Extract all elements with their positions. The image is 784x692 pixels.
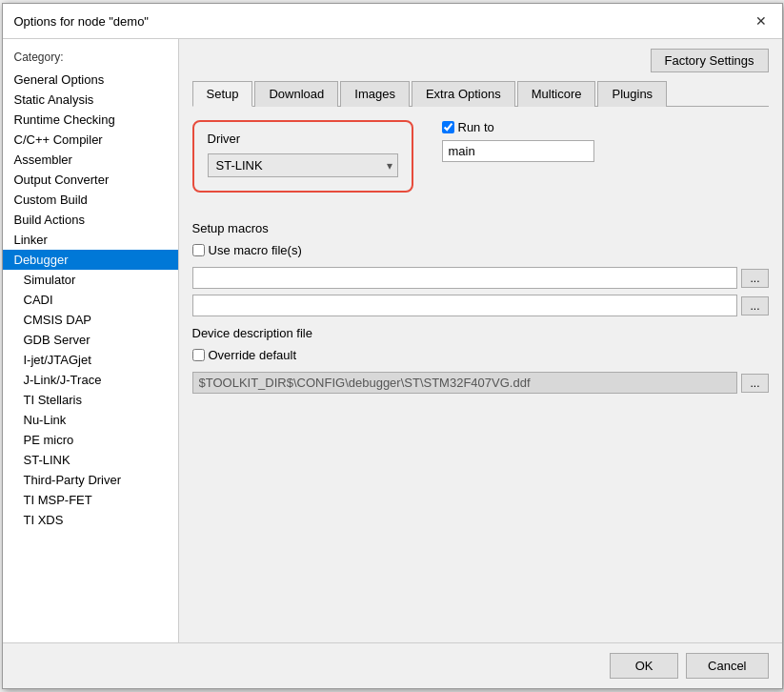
run-to-top: Run to [442,120,594,134]
content-area: Driver ST-LINK Run to [192,120,769,633]
driver-label: Driver [208,132,398,146]
setup-macros-title: Setup macros [192,221,769,235]
sidebar-item-ti-stellaris[interactable]: TI Stellaris [3,390,178,410]
sidebar-item-general-options[interactable]: General Options [3,70,178,90]
main-panel: Factory Settings SetupDownloadImagesExtr… [179,39,782,642]
tab-extra-options[interactable]: Extra Options [412,81,515,107]
macro-row: Use macro file(s) [192,243,769,257]
sidebar-item-ti-msp-fet[interactable]: TI MSP-FET [3,490,178,510]
sidebar-item-pe-micro[interactable]: PE micro [3,430,178,450]
override-row: Override default [192,348,769,362]
override-checkbox[interactable] [192,349,205,361]
cancel-button[interactable]: Cancel [686,653,768,679]
use-macro-checkbox[interactable] [192,244,205,256]
sidebar-item-static-analysis[interactable]: Static Analysis [3,90,178,110]
sidebar-item-nu-link[interactable]: Nu-Link [3,410,178,430]
driver-select[interactable]: ST-LINK [208,153,398,177]
sidebar-item-simulator[interactable]: Simulator [3,270,178,290]
sidebar: Category: General OptionsStatic Analysis… [3,39,179,642]
sidebar-item-i-jet[interactable]: I-jet/JTAGjet [3,350,178,370]
device-section: Device description file Override default… [192,326,769,394]
sidebar-item-j-link[interactable]: J-Link/J-Trace [3,370,178,390]
sidebar-item-gdb-server[interactable]: GDB Server [3,330,178,350]
macro-input-1[interactable] [192,267,738,289]
ok-button[interactable]: OK [610,653,678,679]
sidebar-item-assembler[interactable]: Assembler [3,150,178,170]
sidebar-item-cmsis-dap[interactable]: CMSIS DAP [3,310,178,330]
tab-plugins[interactable]: Plugins [597,81,667,107]
device-path-input[interactable] [192,372,738,394]
options-dialog: Options for node "demo" ✕ Category: Gene… [2,3,783,689]
sidebar-item-linker[interactable]: Linker [3,230,178,250]
tab-multicore[interactable]: Multicore [517,81,596,107]
macro-browse-2[interactable]: ... [741,296,768,315]
sidebar-item-build-actions[interactable]: Build Actions [3,210,178,230]
run-to-checkbox[interactable] [442,121,454,133]
tab-setup[interactable]: Setup [192,81,253,107]
sidebar-item-custom-build[interactable]: Custom Build [3,190,178,210]
macro-browse-1[interactable]: ... [741,269,768,288]
run-to-section: Run to [442,120,594,162]
sidebar-item-cadi[interactable]: CADI [3,290,178,310]
tab-images[interactable]: Images [340,81,410,107]
run-to-label[interactable]: Run to [442,120,494,134]
sidebar-item-runtime-checking[interactable]: Runtime Checking [3,110,178,130]
tab-download[interactable]: Download [254,81,338,107]
factory-settings-button[interactable]: Factory Settings [651,49,769,72]
driver-select-wrapper: ST-LINK [208,153,398,177]
override-label[interactable]: Override default [192,348,297,362]
tabs-row: SetupDownloadImagesExtra OptionsMulticor… [192,80,769,107]
device-browse[interactable]: ... [741,374,768,393]
run-to-input[interactable] [442,140,594,162]
sidebar-item-st-link[interactable]: ST-LINK [3,450,178,470]
driver-section: Driver ST-LINK [192,120,413,193]
sidebar-item-output-converter[interactable]: Output Converter [3,170,178,190]
device-description-title: Device description file [192,326,769,340]
factory-btn-row: Factory Settings [192,49,769,72]
macro-input-row-1: ... [192,267,769,289]
title-bar: Options for node "demo" ✕ [3,4,782,39]
sidebar-item-ti-xds[interactable]: TI XDS [3,510,178,530]
sidebar-item-c-cpp-compiler[interactable]: C/C++ Compiler [3,130,178,150]
sidebar-item-third-party-driver[interactable]: Third-Party Driver [3,470,178,490]
macro-input-row-2: ... [192,295,769,316]
device-path-row: ... [192,372,769,394]
macro-input-2[interactable] [192,295,738,316]
sidebar-item-debugger[interactable]: Debugger [3,250,178,270]
use-macro-label[interactable]: Use macro file(s) [192,243,302,257]
close-button[interactable]: ✕ [752,11,771,31]
dialog-title: Options for node "demo" [14,14,149,29]
dialog-body: Category: General OptionsStatic Analysis… [3,39,782,642]
driver-run-row: Driver ST-LINK Run to [192,120,769,208]
category-label: Category: [3,47,178,70]
dialog-footer: OK Cancel [3,642,782,688]
